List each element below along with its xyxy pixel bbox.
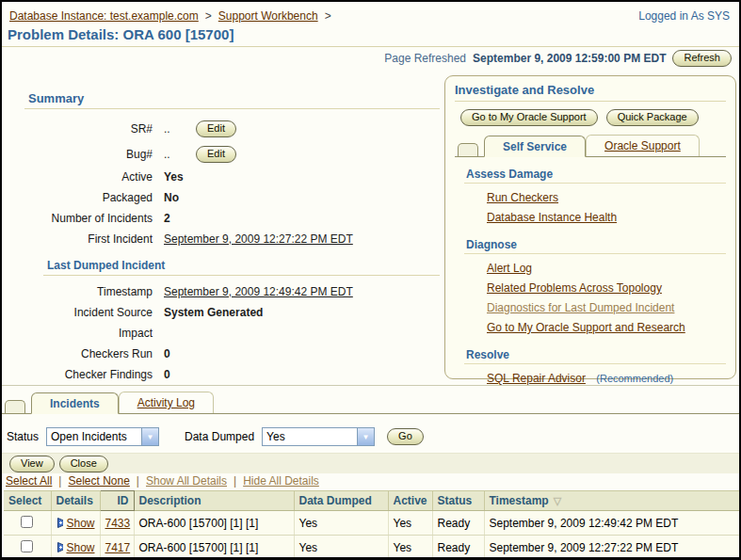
last-dumped-row-source: Incident Source System Generated (2, 302, 443, 323)
chevron-down-icon[interactable]: ▼ (141, 428, 158, 445)
field-value: 2 (164, 212, 170, 225)
column-header-timestamp[interactable]: Timestamp▽ (484, 491, 741, 511)
expand-icon[interactable] (56, 542, 64, 552)
select-none-link[interactable]: Select None (68, 474, 129, 488)
sort-descending-icon[interactable]: ▽ (554, 495, 561, 506)
field-label: Active (2, 170, 164, 184)
tab-oracle-support[interactable]: Oracle Support (586, 135, 700, 156)
quick-package-button[interactable]: Quick Package (606, 109, 699, 126)
id-cell: 7417 (100, 536, 134, 560)
column-header-active[interactable]: Active (388, 491, 432, 511)
row-checkbox[interactable] (21, 516, 33, 528)
refresh-button[interactable]: Refresh (672, 50, 732, 67)
data-dumped-cell: Yes (294, 536, 388, 560)
logged-in-status: Logged in As SYS (638, 9, 730, 23)
hide-all-details-link[interactable]: Hide All Details (243, 474, 319, 488)
field-value: Yes (164, 170, 184, 184)
investigate-buttons-row: Go to My Oracle Support Quick Package (460, 109, 726, 126)
field-label: Timestamp (2, 285, 164, 298)
investigate-panel-title: Investigate and Resolve (455, 83, 726, 97)
tab-self-service[interactable]: Self Service (484, 136, 586, 157)
column-header-data-dumped[interactable]: Data Dumped (294, 491, 388, 511)
table-header-row: Select Details ID Description Data Dumpe… (4, 491, 741, 511)
data-dumped-select[interactable]: Yes ▼ (262, 427, 375, 446)
database-instance-health-link[interactable]: Database Instance Health (487, 211, 617, 224)
summary-row-active: Active Yes (2, 167, 443, 187)
select-all-link[interactable]: Select All (6, 474, 52, 488)
description-cell: ORA-600 [15700] [1] [1] (134, 536, 294, 560)
link-row: Database Instance Health (487, 208, 726, 228)
go-button[interactable]: Go (387, 428, 424, 445)
timestamp-cell: September 9, 2009 12:27:22 PM EDT (484, 536, 741, 560)
breadcrumb-separator: > (325, 9, 331, 23)
status-select[interactable]: Open Incidents ▼ (46, 427, 159, 446)
status-cell: Ready (432, 511, 484, 536)
column-header-description[interactable]: Description (134, 491, 294, 511)
field-value: 0 (164, 347, 170, 360)
field-label: SR# (2, 122, 164, 136)
run-checkers-link[interactable]: Run Checkers (487, 191, 558, 204)
diagnose-title: Diagnose (466, 238, 726, 251)
summary-row-incident-count: Number of Incidents 2 (2, 208, 443, 229)
tab-activity-log-label[interactable]: Activity Log (137, 396, 195, 409)
last-dumped-timestamp-link[interactable]: September 9, 2009 12:49:42 PM EDT (164, 285, 353, 298)
investigate-title-divider (455, 101, 726, 102)
incident-filters: Status Open Incidents ▼ Data Dumped Yes … (7, 427, 424, 446)
summary-section: Summary SR# .. Edit Bug# .. Edit Active … (2, 91, 443, 385)
breadcrumb-link-database-instance[interactable]: Database Instance: test.example.com (9, 9, 199, 23)
summary-divider (24, 108, 440, 109)
tab-activity-log[interactable]: Activity Log (119, 392, 214, 413)
active-cell: Yes (388, 536, 432, 560)
status-cell: Ready (432, 536, 484, 560)
close-button[interactable]: Close (59, 456, 108, 472)
sql-repair-advisor-link[interactable]: SQL Repair Advisor (487, 372, 586, 385)
table-row: Show 7417 ORA-600 [15700] [1] [1] Yes Ye… (4, 536, 741, 560)
investigate-and-resolve-panel: Investigate and Resolve Go to My Oracle … (444, 75, 736, 379)
view-button[interactable]: View (9, 456, 55, 472)
expand-icon[interactable] (56, 518, 64, 528)
assess-damage-title: Assess Damage (466, 168, 726, 181)
column-header-id[interactable]: ID (100, 491, 134, 511)
chevron-down-icon[interactable]: ▼ (357, 428, 374, 445)
show-details-link[interactable]: Show (66, 517, 94, 530)
last-dumped-row-timestamp: Timestamp September 9, 2009 12:49:42 PM … (2, 281, 443, 302)
show-all-details-link[interactable]: Show All Details (146, 474, 227, 488)
link-row: Go to My Oracle Support and Research (487, 318, 726, 338)
column-header-select: Select (4, 491, 51, 511)
row-checkbox[interactable] (21, 540, 33, 552)
edit-sr-button[interactable]: Edit (196, 120, 236, 137)
tab-incidents[interactable]: Incidents (31, 392, 119, 414)
incident-id-link[interactable]: 7417 (105, 541, 131, 554)
last-dumped-row-impact: Impact (2, 323, 443, 344)
details-cell: Show (51, 511, 100, 536)
link-separator: | (137, 474, 139, 488)
alert-log-link[interactable]: Alert Log (487, 262, 532, 275)
description-cell: ORA-600 [15700] [1] [1] (134, 511, 294, 536)
incident-id-link[interactable]: 7433 (105, 517, 131, 530)
data-dumped-filter-label: Data Dumped (185, 430, 254, 443)
breadcrumb-separator: > (205, 9, 212, 23)
go-to-mos-research-link[interactable]: Go to My Oracle Support and Research (487, 321, 685, 334)
status-filter-label: Status (7, 430, 39, 443)
field-label: Checker Findings (2, 368, 164, 381)
table-actions-band: View Close (2, 453, 739, 473)
resolve-divider (464, 363, 726, 364)
link-row: Related Problems Across Topology (487, 279, 726, 298)
show-details-link[interactable]: Show (66, 541, 94, 554)
page-refreshed-time: September 9, 2009 12:59:00 PM EDT (473, 52, 666, 65)
diagnostics-last-dumped-link[interactable]: Diagnostics for Last Dumped Incident (487, 301, 674, 314)
link-row: Run Checkers (487, 188, 726, 208)
tab-oracle-support-label[interactable]: Oracle Support (604, 139, 681, 152)
column-header-status[interactable]: Status (432, 491, 484, 511)
edit-bug-button[interactable]: Edit (196, 146, 236, 163)
breadcrumb-link-support-workbench[interactable]: Support Workbench (218, 9, 318, 23)
id-cell: 7433 (100, 511, 134, 536)
go-to-my-oracle-support-button[interactable]: Go to My Oracle Support (460, 109, 598, 126)
first-incident-link[interactable]: September 9, 2009 12:27:22 PM EDT (164, 232, 353, 246)
field-label: Packaged (2, 191, 164, 204)
field-label: First Incident (2, 232, 164, 246)
select-cell (4, 511, 51, 536)
related-problems-link[interactable]: Related Problems Across Topology (487, 281, 662, 295)
select-cell (4, 536, 51, 560)
summary-row-sr: SR# .. Edit (2, 116, 443, 141)
